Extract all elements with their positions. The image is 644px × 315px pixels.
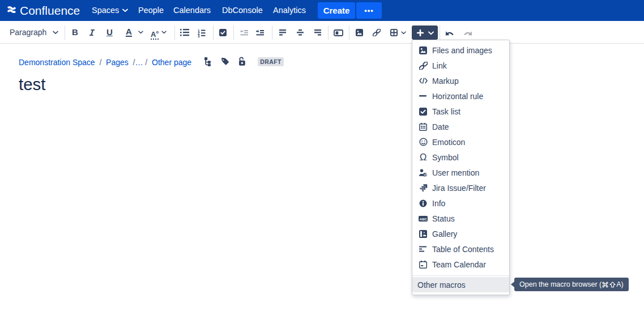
- svg-text:ABC: ABC: [420, 217, 428, 220]
- svg-text:3: 3: [198, 34, 200, 37]
- svg-text:@: @: [424, 173, 428, 177]
